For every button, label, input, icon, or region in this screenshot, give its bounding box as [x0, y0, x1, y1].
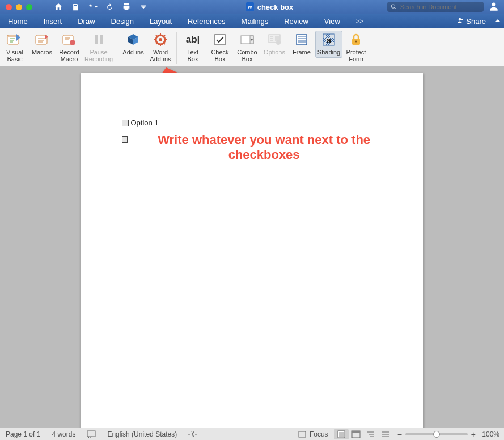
svg-rect-23: [352, 431, 360, 433]
collapse-ribbon-icon[interactable]: [492, 18, 504, 24]
window-close-button[interactable]: [6, 4, 12, 10]
svg-rect-21: [338, 431, 345, 438]
document-canvas[interactable]: Option 1 Write whatever you want next to…: [0, 66, 504, 428]
undo-icon[interactable]: [87, 2, 98, 12]
tab-mailings[interactable]: Mailings: [234, 14, 277, 28]
search-field[interactable]: [387, 2, 484, 12]
frame-button[interactable]: Frame: [288, 31, 315, 58]
annotation-text: Write whatever you want next to the chec…: [146, 133, 383, 163]
pause-recording-icon: [90, 32, 107, 48]
tab-draw[interactable]: Draw: [70, 14, 103, 28]
frame-icon: [293, 32, 310, 48]
options-icon: [266, 32, 283, 48]
title-bar: w check box: [0, 0, 504, 14]
macros-button[interactable]: Macros: [28, 31, 56, 58]
protect-form-icon: [348, 32, 365, 48]
draft-view-button[interactable]: [378, 429, 393, 439]
save-icon[interactable]: [70, 2, 81, 12]
record-macro-icon: [61, 32, 78, 48]
record-macro-button[interactable]: Record Macro: [56, 31, 83, 65]
share-icon: [456, 17, 464, 25]
document-title: check box: [257, 3, 294, 11]
svg-point-3: [70, 40, 75, 45]
home-icon[interactable]: [53, 2, 63, 12]
zoom-slider[interactable]: [405, 433, 468, 435]
tab-design[interactable]: Design: [103, 14, 142, 28]
svg-text:a: a: [327, 35, 332, 45]
ribbon-tabs: Home Insert Draw Design Layout Reference…: [0, 14, 504, 28]
zoom-out-button[interactable]: −: [397, 430, 402, 439]
qat-customize-icon[interactable]: [138, 2, 149, 12]
zoom-level[interactable]: 100%: [479, 430, 499, 438]
visual-basic-icon: [6, 32, 23, 48]
pause-recording-button: Pause Recording: [83, 31, 115, 65]
svg-rect-5: [100, 35, 103, 44]
options-button: Options: [261, 31, 288, 58]
zoom-in-button[interactable]: +: [471, 430, 476, 439]
document-page[interactable]: Option 1 Write whatever you want next to…: [81, 73, 423, 428]
macros-icon: [33, 32, 50, 48]
word-count[interactable]: 4 words: [46, 430, 81, 438]
svg-rect-19: [87, 431, 95, 437]
print-layout-view-button[interactable]: [334, 429, 349, 439]
shading-button[interactable]: a Shading: [315, 31, 342, 58]
combo-box-icon: [239, 32, 256, 48]
search-icon: [391, 3, 397, 10]
form-checkbox-1[interactable]: [122, 120, 129, 126]
svg-point-7: [159, 38, 162, 41]
svg-rect-14: [297, 35, 307, 45]
visual-basic-button[interactable]: Visual Basic: [1, 31, 28, 65]
word-doc-icon: w: [246, 2, 254, 11]
text-box-icon: ab|: [184, 32, 201, 48]
developer-ribbon: Visual Basic Macros Record Macro Pause R…: [0, 28, 504, 66]
svg-rect-4: [95, 35, 98, 44]
svg-point-18: [355, 41, 357, 43]
print-icon[interactable]: [121, 2, 132, 12]
shading-icon: a: [320, 32, 337, 48]
tab-references[interactable]: References: [180, 14, 233, 28]
option-row-1: Option 1: [122, 119, 383, 127]
check-box-icon: [211, 32, 228, 48]
spellcheck-button[interactable]: [81, 430, 101, 438]
tab-review[interactable]: Review: [276, 14, 316, 28]
protect-form-button[interactable]: Protect Form: [342, 31, 370, 65]
add-ins-icon: [125, 32, 142, 48]
form-checkbox-2[interactable]: [122, 136, 128, 143]
tab-insert[interactable]: Insert: [36, 14, 70, 28]
option-1-label[interactable]: Option 1: [131, 119, 159, 127]
tab-view[interactable]: View: [316, 14, 348, 28]
word-add-ins-icon: [152, 32, 169, 48]
page-indicator[interactable]: Page 1 of 1: [0, 430, 46, 438]
status-bar: Page 1 of 1 4 words English (United Stat…: [0, 428, 504, 440]
tab-home[interactable]: Home: [0, 14, 36, 28]
web-layout-view-button[interactable]: [349, 429, 363, 439]
accessibility-button[interactable]: [183, 430, 203, 438]
svg-point-13: [276, 40, 281, 45]
window-zoom-button[interactable]: [26, 4, 32, 10]
share-button[interactable]: Share: [450, 17, 492, 26]
window-minimize-button[interactable]: [16, 4, 22, 10]
outline-view-button[interactable]: [363, 429, 378, 439]
word-add-ins-button[interactable]: Word Add-ins: [147, 31, 174, 65]
repeat-icon[interactable]: [104, 2, 115, 12]
svg-rect-12: [275, 36, 279, 41]
search-input[interactable]: [399, 3, 480, 11]
svg-rect-20: [299, 431, 306, 437]
language-indicator[interactable]: English (United States): [101, 430, 183, 438]
focus-mode-button[interactable]: Focus: [293, 430, 334, 438]
check-box-button[interactable]: Check Box: [206, 31, 234, 65]
combo-box-button[interactable]: Combo Box: [234, 31, 261, 65]
share-label: Share: [466, 17, 486, 26]
user-account-icon[interactable]: [488, 1, 499, 12]
tab-layout[interactable]: Layout: [142, 14, 180, 28]
tab-overflow[interactable]: >>: [348, 14, 371, 28]
text-box-button[interactable]: ab| Text Box: [179, 31, 206, 65]
svg-rect-8: [215, 35, 225, 45]
add-ins-button[interactable]: Add-ins: [120, 31, 147, 58]
